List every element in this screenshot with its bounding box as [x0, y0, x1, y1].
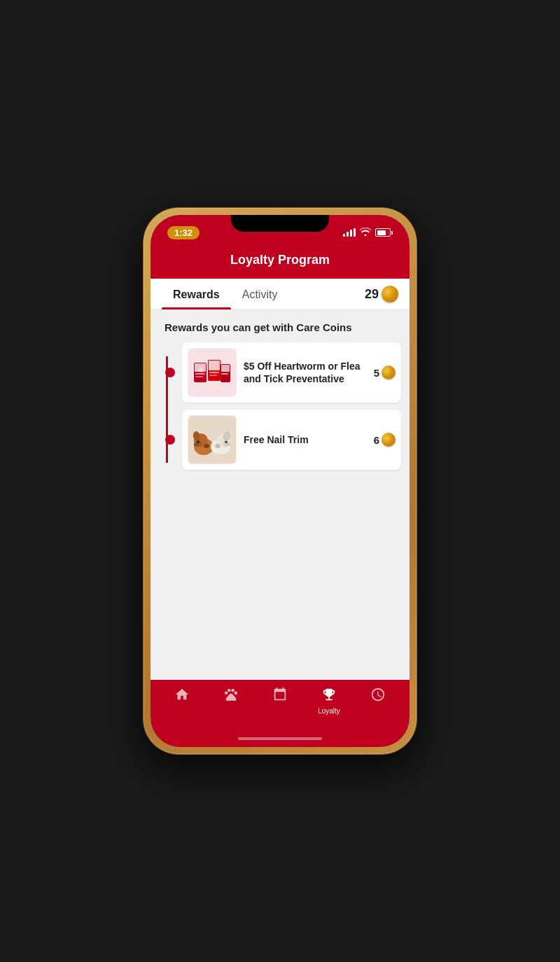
- clock-icon: [370, 687, 386, 705]
- coin-icon: [382, 286, 398, 302]
- nav-item-loyalty[interactable]: Loyalty: [304, 687, 354, 715]
- section-header: Rewards you can get with Care Coins: [150, 310, 410, 342]
- nav-item-history[interactable]: [354, 687, 402, 705]
- home-bar: [238, 737, 322, 740]
- svg-point-29: [227, 689, 231, 692]
- reward-card-1[interactable]: $5 Off Heartworm or Flea and Tick Preven…: [182, 342, 401, 403]
- coin-icon-2: [382, 433, 396, 447]
- wifi-icon: [360, 227, 371, 238]
- svg-point-31: [234, 691, 238, 695]
- timeline-dot: [165, 368, 175, 377]
- svg-rect-4: [195, 376, 203, 377]
- nav-item-pets[interactable]: [206, 687, 255, 705]
- svg-rect-6: [209, 361, 220, 370]
- list-item: Free Nail Trim 6: [159, 410, 401, 470]
- tabs-container: Rewards Activity 29: [150, 279, 410, 310]
- rewards-list: $5 Off Heartworm or Flea and Tick Preven…: [150, 342, 410, 477]
- flea-product-image: [188, 349, 236, 396]
- section-title: Rewards you can get with Care Coins: [164, 321, 352, 333]
- svg-rect-7: [209, 372, 219, 373]
- reward-cost-number-1: 5: [374, 367, 379, 379]
- status-icons: [343, 227, 393, 238]
- bottom-nav: Loyalty: [150, 680, 410, 730]
- coins-count: 29: [365, 287, 379, 302]
- svg-point-23: [226, 443, 230, 446]
- reward-image-2: [188, 415, 237, 464]
- timeline-dot-2: [165, 435, 175, 445]
- coins-display: 29: [365, 286, 398, 302]
- svg-point-25: [215, 444, 220, 448]
- tabs-left: Rewards Activity: [162, 279, 365, 309]
- nav-label-loyalty: Loyalty: [318, 707, 340, 715]
- calendar-icon: [272, 687, 288, 705]
- signal-icon: [343, 228, 356, 237]
- svg-rect-3: [195, 373, 205, 375]
- status-time: 1:32: [167, 226, 200, 239]
- app-header: Loyalty Program: [150, 246, 410, 279]
- reward-image-1: [188, 348, 237, 397]
- tab-rewards[interactable]: Rewards: [162, 279, 231, 309]
- screen: 1:32: [150, 215, 410, 747]
- svg-rect-10: [221, 365, 230, 372]
- reward-info-2: Free Nail Trim: [244, 433, 367, 446]
- reward-cost-number-2: 6: [374, 434, 379, 446]
- home-icon: [174, 687, 190, 705]
- page-title: Loyalty Program: [230, 253, 330, 267]
- svg-rect-8: [209, 375, 217, 376]
- trophy-icon: [321, 687, 337, 705]
- tab-activity[interactable]: Activity: [231, 279, 289, 309]
- svg-point-12: [198, 367, 204, 372]
- coin-icon-1: [382, 365, 396, 379]
- svg-point-28: [225, 691, 228, 695]
- phone-inner: 1:32: [150, 215, 410, 747]
- svg-point-24: [204, 444, 209, 448]
- nav-item-home[interactable]: [158, 687, 206, 705]
- reward-cost-2: 6: [374, 433, 396, 447]
- reward-name-2: Free Nail Trim: [244, 434, 309, 445]
- content-area: Rewards you can get with Care Coins: [150, 310, 410, 680]
- reward-card-2[interactable]: Free Nail Trim 6: [182, 410, 401, 470]
- battery-icon: [375, 228, 393, 237]
- svg-rect-11: [221, 373, 228, 375]
- svg-point-18: [194, 443, 198, 446]
- svg-point-30: [231, 689, 234, 692]
- reward-cost-1: 5: [374, 365, 396, 379]
- reward-name-1: $5 Off Heartworm or Flea and Tick Preven…: [244, 361, 360, 384]
- home-indicator: [150, 730, 410, 747]
- nav-item-appointments[interactable]: [255, 687, 304, 705]
- notch: [231, 215, 329, 232]
- phone-frame: 1:32: [144, 208, 416, 754]
- reward-info-1: $5 Off Heartworm or Flea and Tick Preven…: [244, 360, 367, 385]
- pets-icon: [223, 687, 239, 705]
- nail-trim-image: [188, 416, 236, 463]
- list-item: $5 Off Heartworm or Flea and Tick Preven…: [159, 342, 401, 403]
